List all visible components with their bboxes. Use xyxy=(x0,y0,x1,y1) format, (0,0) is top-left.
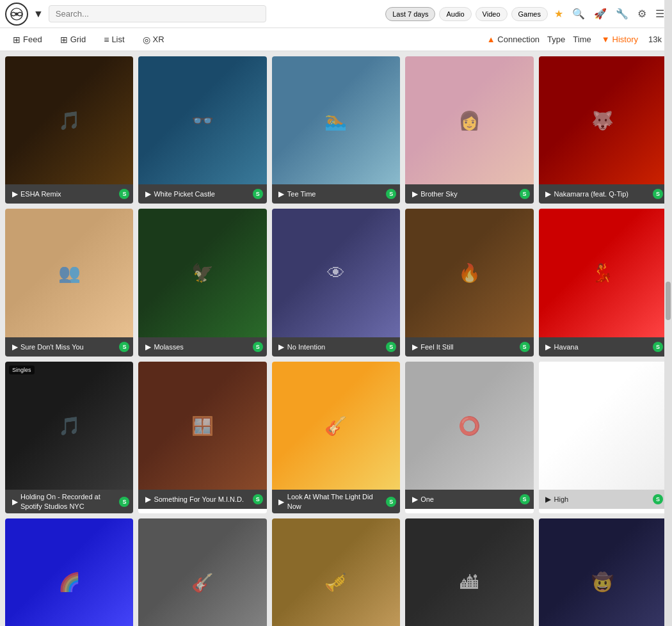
filter-time[interactable]: Time xyxy=(573,35,591,44)
spotify-icon-choose[interactable]: S xyxy=(253,342,263,352)
rocket-button[interactable]: 🚀 xyxy=(591,5,609,22)
logo xyxy=(5,3,28,26)
music-card-birdtalked: ⭕ ▶ One S xyxy=(405,362,533,513)
spotify-icon-high[interactable]: S xyxy=(653,494,663,504)
card-thumbnail-riper: 👩 xyxy=(405,56,533,184)
card-thumbnail-littlegarcon: 🤠 xyxy=(539,518,667,626)
spotify-icon-havana[interactable]: S xyxy=(653,342,663,352)
play-button-something[interactable]: ▶ xyxy=(142,494,154,505)
spotify-icon-romance[interactable]: S xyxy=(253,189,263,199)
card-label-suredont: ▶ Sure Don't Miss You S xyxy=(5,337,133,357)
music-card-bittersweet: 🎺 ▶ Bittersweet Genesis for Him AND Her … xyxy=(272,518,400,626)
music-card-mrfinish: 🏊 ▶ Tee Time S xyxy=(272,56,400,204)
card-image-imtorn: 🏙 xyxy=(405,518,533,626)
nav-bar: ⊞ Feed ⊞ Grid ≡ List ◎ XR ▲ Connection T… xyxy=(0,28,672,51)
spotify-icon-esha[interactable]: S xyxy=(119,189,129,199)
history-button[interactable]: ▼ History xyxy=(602,35,638,44)
nav-feed[interactable]: ⊞ Feed xyxy=(10,29,45,50)
spotify-icon-nakamarra[interactable]: S xyxy=(653,189,663,199)
card-thumbnail-something: 🪟 xyxy=(138,362,266,490)
card-image-feelit: 🔥 xyxy=(405,209,533,337)
card-title-suredont: Sure Don't Miss You xyxy=(20,342,119,351)
dropdown-button[interactable]: ▼ xyxy=(33,8,44,20)
spotify-icon-feelit[interactable]: S xyxy=(520,342,530,352)
play-button-high[interactable]: ▶ xyxy=(543,494,554,505)
spotify-icon-something[interactable]: S xyxy=(253,494,263,504)
svg-point-1 xyxy=(15,13,18,15)
play-button-feelit[interactable]: ▶ xyxy=(409,341,420,353)
spotify-icon-birdtalked[interactable]: S xyxy=(520,494,530,504)
settings-button[interactable]: ⚙ xyxy=(635,5,649,22)
play-button-romance[interactable]: ▶ xyxy=(142,188,154,200)
filter-audio[interactable]: Audio xyxy=(439,7,471,21)
card-label-birdtalked: ▶ One S xyxy=(405,490,533,509)
filter-connection[interactable]: ▲ Connection xyxy=(487,35,540,44)
card-image-looklight: 🎸 xyxy=(272,362,400,490)
music-card-nointention: 👁 ▶ No Intention S xyxy=(272,209,400,356)
card-label-havana: ▶ Havana S xyxy=(539,337,667,357)
music-card-choose: 🦅 ▶ Molasses S xyxy=(138,209,266,356)
spotify-icon-mrfinish[interactable]: S xyxy=(386,189,396,199)
spotify-icon-nointention[interactable]: S xyxy=(386,342,396,352)
card-thumbnail-bittersweet: 🎺 xyxy=(272,518,400,626)
history-arrow-icon: ▼ xyxy=(602,35,610,44)
card-image-littlegarcon: 🤠 xyxy=(539,518,667,626)
play-button-havana[interactable]: ▶ xyxy=(543,341,554,353)
play-button-esha[interactable]: ▶ xyxy=(9,188,20,200)
card-label-high: ▶ High S xyxy=(539,490,667,509)
star-button[interactable]: ★ xyxy=(552,5,566,22)
spotify-icon-riper[interactable]: S xyxy=(520,189,530,199)
card-image-esha: 🎵 xyxy=(5,56,133,184)
music-card-leila: 🌈 ▶ Leila - Poolside Remix S xyxy=(5,518,133,626)
music-card-havana: 💃 ▶ Havana S xyxy=(539,209,667,356)
card-title-nointention: No Intention xyxy=(287,342,386,351)
music-card-looklight: 🎸 ▶ Look At What The Light Did Now S xyxy=(272,362,400,513)
wrench-button[interactable]: 🔧 xyxy=(613,5,631,22)
card-label-nakamarra: ▶ Nakamarra (feat. Q-Tip) S xyxy=(539,184,667,204)
card-label-choose: ▶ Molasses S xyxy=(138,337,266,357)
play-button-birdtalked[interactable]: ▶ xyxy=(409,494,420,505)
nav-grid[interactable]: ⊞ Grid xyxy=(58,29,89,50)
card-label-esha: ▶ ESHA Remix S xyxy=(5,184,133,204)
card-thumbnail-imtorn: 🏙 xyxy=(405,518,533,626)
nav-xr[interactable]: ◎ XR xyxy=(140,29,167,50)
play-button-nakamarra[interactable]: ▶ xyxy=(543,188,554,200)
card-title-nakamarra: Nakamarra (feat. Q-Tip) xyxy=(554,189,653,198)
card-title-high: High xyxy=(554,495,653,504)
card-label-nointention: ▶ No Intention S xyxy=(272,337,400,357)
card-thumbnail-warondrgs: 🎵 xyxy=(5,362,133,490)
spotify-icon-suredont[interactable]: S xyxy=(119,342,129,352)
filter-type[interactable]: Type xyxy=(547,35,565,44)
count-badge: 13k xyxy=(648,35,662,44)
card-label-feelit: ▶ Feel It Still S xyxy=(405,337,533,357)
card-label-riper: ▶ Brother Sky S xyxy=(405,184,533,204)
play-button-nointention[interactable]: ▶ xyxy=(276,341,287,353)
filter-games[interactable]: Games xyxy=(511,7,548,21)
play-button-choose[interactable]: ▶ xyxy=(142,341,154,353)
filter-video[interactable]: Video xyxy=(476,7,508,21)
card-thumbnail-younglady: 🎸 xyxy=(138,518,266,626)
card-title-havana: Havana xyxy=(554,342,653,351)
music-grid: 🎵 ▶ ESHA Remix S 👓 ▶ White Picket Castle… xyxy=(0,51,672,626)
card-thumbnail-mrfinish: 🏊 xyxy=(272,56,400,184)
card-image-warondrgs: 🎵 Singles xyxy=(5,362,133,490)
filter-last7days[interactable]: Last 7 days xyxy=(385,7,435,21)
music-card-suredont: 👥 ▶ Sure Don't Miss You S xyxy=(5,209,133,356)
play-button-suredont[interactable]: ▶ xyxy=(9,341,20,353)
play-button-riper[interactable]: ▶ xyxy=(409,188,420,200)
card-title-warondrgs: Holding On - Recorded at Spotify Studios… xyxy=(20,492,119,511)
nav-list[interactable]: ≡ List xyxy=(101,29,127,50)
scrollbar-track[interactable] xyxy=(664,0,672,626)
music-card-imtorn: 🏙 ▶ I'm Torn Up S xyxy=(405,518,533,626)
card-title-looklight: Look At What The Light Did Now xyxy=(287,492,386,511)
play-button-mrfinish[interactable]: ▶ xyxy=(276,188,287,200)
music-card-high: ♪ ▶ High S xyxy=(539,362,667,513)
spotify-icon-warondrgs[interactable]: S xyxy=(119,497,129,507)
search-button[interactable]: 🔍 xyxy=(570,5,588,22)
spotify-icon-looklight[interactable]: S xyxy=(386,497,396,507)
scrollbar-thumb[interactable] xyxy=(666,282,671,320)
search-input[interactable] xyxy=(49,5,266,22)
play-button-warondrgs[interactable]: ▶ xyxy=(9,496,20,508)
play-button-looklight[interactable]: ▶ xyxy=(276,496,287,508)
card-thumbnail-leila: 🌈 xyxy=(5,518,133,626)
